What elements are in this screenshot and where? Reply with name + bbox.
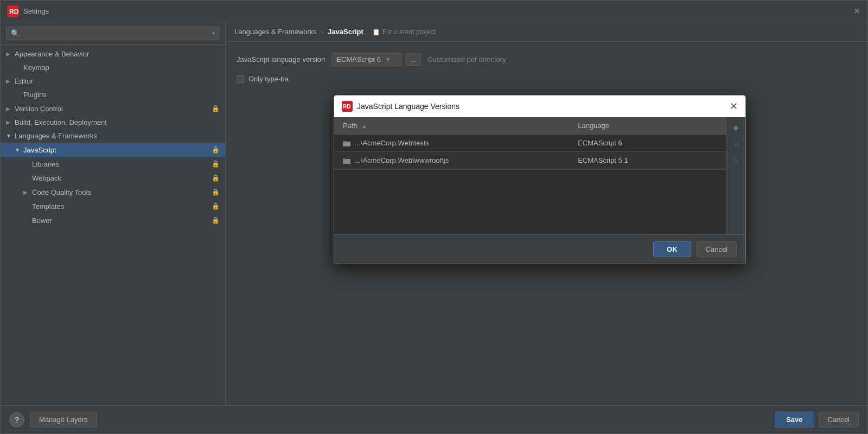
add-row-button[interactable]: +: [730, 122, 743, 135]
dialog-table-container: Path ▲ Language: [334, 117, 726, 234]
dialog-titlebar: RD JavaScript Language Versions ✕: [334, 95, 745, 117]
sidebar-item-templates[interactable]: Templates 🔒: [1, 199, 225, 213]
dialog-ok-button[interactable]: OK: [653, 241, 691, 257]
language-version-label: JavaScript language version: [237, 55, 325, 63]
sidebar: 🔍 ▾ ▶ Appearance & Behavior Keymap: [1, 22, 226, 405]
arrow-icon: ▶: [6, 119, 15, 125]
svg-text:RD: RD: [343, 104, 350, 110]
sidebar-tree: ▶ Appearance & Behavior Keymap ▶ Editor …: [1, 45, 225, 405]
edit-icon: ✎: [733, 156, 739, 165]
lock-icon: 🔒: [211, 188, 220, 196]
breadcrumb-bar: Languages & Frameworks › JavaScript 📋 Fo…: [226, 22, 867, 42]
svg-rect-5: [343, 141, 346, 143]
sidebar-item-appearance[interactable]: ▶ Appearance & Behavior: [1, 47, 225, 61]
lock-icon: 🔒: [211, 216, 220, 225]
sidebar-item-version-control[interactable]: ▶ Version Control 🔒: [1, 101, 225, 116]
lock-icon: 🔒: [211, 202, 220, 210]
lock-icon: 🔒: [211, 104, 220, 113]
manage-layers-button[interactable]: Manage Layers: [30, 412, 97, 427]
lock-icon: 🔒: [211, 159, 220, 168]
dialog-logo: RD: [342, 101, 353, 112]
breadcrumb-project: 📋 For current project: [372, 28, 436, 36]
arrow-icon: ▼: [15, 147, 23, 153]
breadcrumb-separator: ›: [321, 28, 323, 36]
svg-text:RD: RD: [9, 8, 19, 16]
sidebar-item-javascript[interactable]: ▼ JavaScript 🔒: [1, 143, 225, 157]
arrow-icon: ▶: [6, 106, 15, 112]
dialog-title: JavaScript Language Versions: [357, 102, 725, 111]
folder-icon: [343, 157, 350, 164]
svg-rect-7: [343, 158, 346, 160]
sidebar-item-editor[interactable]: ▶ Editor: [1, 74, 225, 88]
table-body: ...\AcmeCorp.Web\tests ECMAScript 6 ...\…: [334, 135, 726, 169]
sidebar-item-plugins[interactable]: Plugins: [1, 88, 225, 101]
language-cell: ECMAScript 5.1: [569, 152, 726, 169]
search-wrapper[interactable]: 🔍 ▾: [6, 27, 220, 40]
sidebar-item-build[interactable]: ▶ Build, Execution, Deployment: [1, 116, 225, 129]
titlebar: RD Settings ✕: [1, 1, 867, 22]
search-icon: 🔍: [11, 29, 20, 37]
language-column-header[interactable]: Language: [569, 117, 726, 135]
remove-row-button[interactable]: ✕: [730, 138, 743, 151]
window-title: Settings: [23, 7, 852, 15]
cancel-button-main[interactable]: Cancel: [819, 412, 859, 427]
breadcrumb-parent: Languages & Frameworks: [234, 28, 317, 36]
sort-arrow-icon: ▲: [361, 123, 367, 129]
arrow-icon: ▶: [23, 189, 32, 195]
dialog-table-area: Path ▲ Language: [334, 117, 745, 234]
dialog-side-buttons: + ✕ ✎: [726, 117, 745, 234]
remove-icon: ✕: [733, 140, 739, 149]
table-row[interactable]: ...\AcmeCorp.Web\wwwroot\js ECMAScript 5…: [334, 152, 726, 169]
language-cell: ECMAScript 6: [569, 135, 726, 152]
arrow-icon: ▶: [6, 78, 15, 84]
language-version-dropdown-wrapper: ECMAScript 6 ▼ ...: [331, 53, 421, 66]
sidebar-item-code-quality[interactable]: ▶ Code Quality Tools 🔒: [1, 185, 225, 199]
ellipsis-button[interactable]: ...: [405, 53, 421, 66]
dialog-cancel-button[interactable]: Cancel: [697, 241, 737, 257]
path-cell: ...\AcmeCorp.Web\tests: [334, 135, 569, 152]
arrow-icon: ▶: [6, 51, 15, 57]
bottom-bar: ? Manage Layers Save Cancel: [1, 405, 867, 433]
close-button[interactable]: ✕: [852, 7, 861, 16]
sidebar-item-webpack[interactable]: Webpack 🔒: [1, 171, 225, 185]
checkbox-row: Only type-ba: [237, 75, 857, 83]
checkbox-label: Only type-ba: [248, 75, 289, 83]
path-column-header[interactable]: Path ▲: [334, 117, 569, 135]
search-input[interactable]: [23, 29, 212, 37]
project-label: For current project: [382, 28, 436, 36]
customized-label: Customized per directory: [427, 55, 506, 63]
search-dropdown-icon[interactable]: ▾: [212, 30, 215, 36]
table-row[interactable]: ...\AcmeCorp.Web\tests ECMAScript 6: [334, 135, 726, 152]
lock-icon: 🔒: [211, 174, 220, 182]
js-language-versions-dialog[interactable]: RD JavaScript Language Versions ✕ Path ▲: [334, 95, 746, 264]
language-versions-table: Path ▲ Language: [334, 117, 726, 169]
sidebar-item-keymap[interactable]: Keymap: [1, 61, 225, 74]
lock-icon: 🔒: [211, 145, 220, 154]
edit-row-button[interactable]: ✎: [730, 154, 743, 167]
path-cell: ...\AcmeCorp.Web\wwwroot\js: [334, 152, 569, 169]
dialog-empty-area: [334, 169, 726, 234]
sidebar-item-libraries[interactable]: Libraries 🔒: [1, 157, 225, 171]
language-version-row: JavaScript language version ECMAScript 6…: [237, 53, 857, 66]
arrow-icon: ▼: [6, 133, 15, 139]
dialog-close-button[interactable]: ✕: [730, 101, 738, 111]
dropdown-arrow-icon: ▼: [385, 56, 391, 62]
search-bar: 🔍 ▾: [1, 22, 225, 45]
project-icon: 📋: [372, 28, 380, 36]
help-button[interactable]: ?: [9, 412, 24, 427]
table-header-row: Path ▲ Language: [334, 117, 726, 135]
app-logo: RD: [7, 5, 19, 17]
sidebar-item-bower[interactable]: Bower 🔒: [1, 213, 225, 227]
dropdown-value: ECMAScript 6: [336, 55, 381, 63]
dialog-body: Path ▲ Language: [334, 117, 745, 234]
save-button[interactable]: Save: [775, 412, 814, 427]
dialog-footer: OK Cancel: [334, 234, 745, 264]
checkbox-only-type-based[interactable]: [237, 75, 244, 83]
language-version-dropdown[interactable]: ECMAScript 6 ▼: [331, 53, 402, 66]
sidebar-item-languages[interactable]: ▼ Languages & Frameworks: [1, 129, 225, 143]
folder-icon: [343, 139, 350, 147]
bottom-right-buttons: Save Cancel: [775, 412, 859, 427]
breadcrumb-current: JavaScript: [328, 28, 363, 36]
